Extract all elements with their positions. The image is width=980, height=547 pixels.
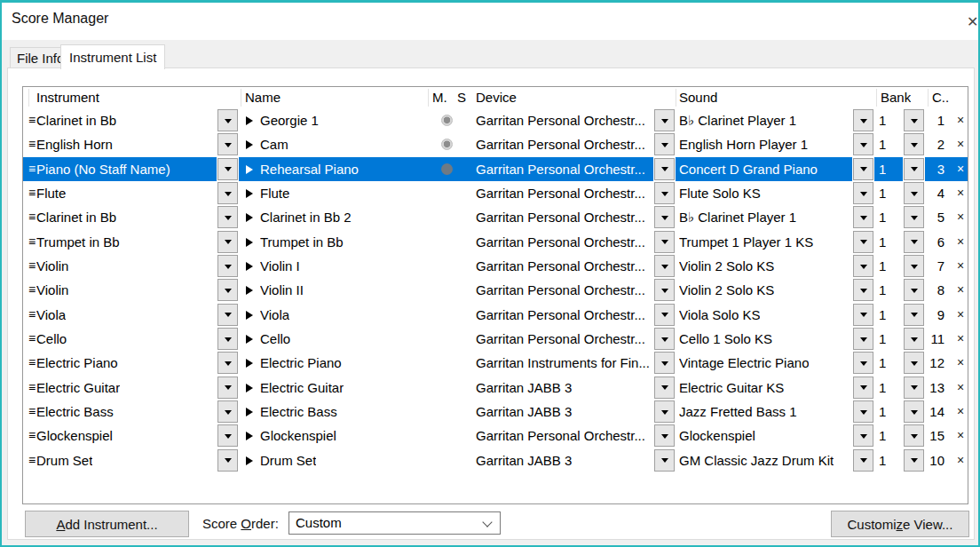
table-row[interactable]: ≡ Violin Violin II Garritan Personal Orc… [23, 278, 968, 302]
device-label[interactable]: Garritan JABB 3 [476, 400, 572, 424]
bank-value[interactable]: 1 [879, 448, 886, 472]
device-dropdown-button[interactable] [654, 231, 675, 253]
sound-dropdown-button[interactable] [853, 133, 873, 155]
sound-dropdown-button[interactable] [853, 231, 873, 253]
playback-indicator-icon[interactable] [441, 115, 453, 126]
sound-dropdown-button[interactable] [853, 400, 873, 423]
delete-row-icon[interactable]: × [953, 303, 968, 327]
sound-label[interactable]: Glockenspiel [679, 424, 755, 448]
staff-name-field[interactable]: Clarinet in Bb 2 [260, 205, 352, 229]
table-row[interactable]: ≡ Drum Set Drum Set Garritan JABB 3 GM C… [23, 448, 968, 472]
device-label[interactable]: Garritan Personal Orchestr... [476, 254, 645, 278]
drag-handle-icon[interactable]: ≡ [28, 278, 36, 302]
staff-name-field[interactable]: Georgie 1 [260, 108, 319, 132]
device-dropdown-button[interactable] [654, 279, 675, 301]
device-dropdown-button[interactable] [654, 304, 675, 326]
device-dropdown-button[interactable] [654, 133, 675, 155]
expand-arrow-icon[interactable] [246, 116, 253, 125]
sound-label[interactable]: Violin 2 Solo KS [679, 278, 774, 302]
table-row[interactable]: ≡ Piano (No Staff Name) Rehearsal Piano … [23, 157, 968, 181]
sound-label[interactable]: Jazz Fretted Bass 1 [679, 400, 797, 424]
bank-value[interactable]: 1 [879, 108, 886, 132]
table-row[interactable]: ≡ Electric Bass Electric Bass Garritan J… [23, 400, 968, 424]
channel-value[interactable]: 4 [918, 181, 944, 205]
instrument-dropdown-button[interactable] [217, 231, 238, 253]
drag-handle-icon[interactable]: ≡ [28, 448, 36, 472]
instrument-label[interactable]: Glockenspiel [36, 424, 113, 448]
add-instrument-button[interactable]: Add Instrument... [25, 511, 189, 537]
device-label[interactable]: Garritan Personal Orchestr... [476, 230, 645, 254]
instrument-dropdown-button[interactable] [217, 109, 238, 131]
device-label[interactable]: Garritan JABB 3 [476, 376, 572, 400]
instrument-label[interactable]: Flute [36, 181, 66, 205]
expand-arrow-icon[interactable] [246, 432, 253, 440]
sound-dropdown-button[interactable] [853, 158, 873, 180]
instrument-dropdown-button[interactable] [217, 182, 238, 204]
sound-dropdown-button[interactable] [853, 377, 873, 399]
table-row[interactable]: ≡ Electric Piano Electric Piano Garritan… [23, 351, 968, 375]
delete-row-icon[interactable]: × [953, 424, 968, 448]
bank-value[interactable]: 1 [879, 157, 886, 181]
instrument-dropdown-button[interactable] [217, 377, 238, 399]
channel-value[interactable]: 11 [918, 327, 944, 351]
sound-label[interactable]: Trumpet 1 Player 1 KS [679, 230, 813, 254]
channel-value[interactable]: 3 [918, 157, 944, 181]
expand-arrow-icon[interactable] [246, 335, 253, 344]
device-label[interactable]: Garritan Personal Orchestr... [476, 205, 645, 229]
bank-value[interactable]: 1 [879, 424, 886, 448]
sound-label[interactable]: Cello 1 Solo KS [679, 327, 772, 351]
channel-value[interactable]: 15 [918, 424, 944, 448]
instrument-dropdown-button[interactable] [217, 400, 238, 423]
instrument-dropdown-button[interactable] [217, 328, 238, 350]
instrument-dropdown-button[interactable] [217, 158, 238, 180]
drag-handle-icon[interactable]: ≡ [28, 108, 36, 132]
delete-row-icon[interactable]: × [953, 157, 968, 181]
channel-value[interactable]: 2 [918, 132, 944, 156]
drag-handle-icon[interactable]: ≡ [28, 181, 36, 205]
delete-row-icon[interactable]: × [953, 327, 968, 351]
instrument-label[interactable]: Viola [36, 303, 66, 327]
instrument-dropdown-button[interactable] [217, 206, 238, 228]
score-order-select[interactable]: Custom [288, 511, 501, 535]
staff-name-field[interactable]: Trumpet in Bb [260, 230, 344, 254]
drag-handle-icon[interactable]: ≡ [28, 424, 36, 448]
device-label[interactable]: Garritan Personal Orchestr... [476, 181, 645, 205]
table-row[interactable]: ≡ Clarinet in Bb Clarinet in Bb 2 Garrit… [23, 205, 968, 229]
playback-indicator-icon[interactable] [441, 163, 453, 175]
device-dropdown-button[interactable] [654, 255, 675, 277]
sound-dropdown-button[interactable] [853, 328, 873, 350]
instrument-label[interactable]: Piano (No Staff Name) [36, 157, 170, 181]
device-label[interactable]: Garritan Personal Orchestr... [476, 278, 645, 302]
drag-handle-icon[interactable]: ≡ [28, 327, 36, 351]
channel-value[interactable]: 7 [918, 254, 944, 278]
sound-label[interactable]: Vintage Electric Piano [679, 351, 809, 375]
delete-row-icon[interactable]: × [953, 132, 968, 156]
drag-handle-icon[interactable]: ≡ [28, 351, 36, 375]
sound-dropdown-button[interactable] [853, 182, 873, 204]
sound-label[interactable]: Viola Solo KS [679, 303, 760, 327]
channel-value[interactable]: 14 [918, 400, 944, 424]
device-label[interactable]: Garritan Personal Orchestr... [476, 327, 645, 351]
instrument-label[interactable]: Electric Piano [36, 351, 118, 375]
instrument-dropdown-button[interactable] [217, 449, 238, 472]
channel-value[interactable]: 9 [918, 303, 944, 327]
table-row[interactable]: ≡ Viola Viola Garritan Personal Orchestr… [23, 303, 968, 327]
staff-name-field[interactable]: Violin II [260, 278, 304, 302]
instrument-label[interactable]: Violin [36, 278, 68, 302]
bank-value[interactable]: 1 [879, 181, 886, 205]
sound-label[interactable]: Concert D Grand Piano [679, 157, 818, 181]
expand-arrow-icon[interactable] [246, 262, 253, 271]
staff-name-field[interactable]: Electric Piano [260, 351, 342, 375]
sound-label[interactable]: B♭ Clarinet Player 1 [679, 108, 796, 132]
instrument-label[interactable]: Clarinet in Bb [36, 108, 116, 132]
delete-row-icon[interactable]: × [953, 254, 968, 278]
device-dropdown-button[interactable] [654, 182, 675, 204]
bank-value[interactable]: 1 [879, 132, 886, 156]
device-dropdown-button[interactable] [654, 424, 675, 447]
sound-dropdown-button[interactable] [853, 206, 873, 228]
drag-handle-icon[interactable]: ≡ [28, 205, 36, 229]
drag-handle-icon[interactable]: ≡ [28, 230, 36, 254]
device-label[interactable]: Garritan Personal Orchestr... [476, 108, 645, 132]
bank-value[interactable]: 1 [879, 230, 886, 254]
sound-dropdown-button[interactable] [853, 109, 873, 131]
